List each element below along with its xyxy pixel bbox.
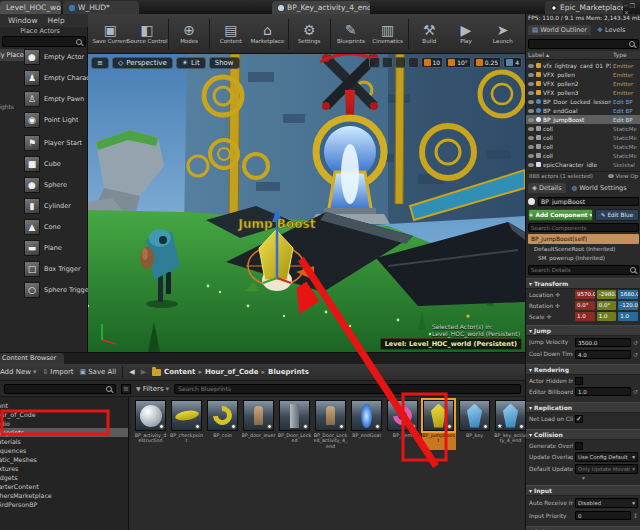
search-paths-input[interactable] [4, 384, 116, 394]
asset-bp-coin[interactable]: BP_coin [205, 400, 240, 530]
actor-hidden-checkbox[interactable] [575, 377, 583, 385]
type-column-header[interactable]: Type [613, 51, 639, 59]
outliner-row[interactable]: BP_endGoalEdit BP [526, 106, 640, 115]
visibility-eye-icon[interactable] [528, 64, 534, 68]
marketplace-button[interactable]: ⌂Marketplace [249, 16, 286, 52]
edit-bp-link[interactable]: Edit BP [613, 99, 639, 105]
asset-bp-door-locked[interactable]: BP_Door_Locked [277, 400, 312, 530]
source-control-button[interactable]: ◧Source Control [129, 16, 166, 52]
folder-blueprints-selected[interactable]: Blueprints [0, 428, 128, 437]
edit-bp-link[interactable]: Edit BP [613, 117, 639, 123]
outliner-row[interactable]: collStaticMe [526, 151, 640, 160]
build-button[interactable]: ⚒Build [411, 16, 448, 52]
spinner-icon[interactable]: ↕ [633, 512, 638, 519]
rotation-snap-button[interactable]: 10° [445, 57, 471, 68]
asset-bp-endgoal[interactable]: BP_endGoal [349, 400, 384, 530]
menu-help[interactable]: Help [48, 16, 65, 25]
scale-z-field[interactable]: 1.0 [618, 312, 638, 321]
forward-button[interactable]: ▶ [141, 368, 146, 376]
outliner-row[interactable]: VFX_pollen2Emitter [526, 79, 640, 88]
input-section-header[interactable]: ▾Input [526, 485, 640, 496]
component-self-row[interactable]: BP_jumpBoost(self) [528, 234, 639, 244]
tab-bp-key[interactable]: BP_Key_activity_4_end* [272, 1, 370, 14]
default-update-dropdown[interactable]: Only Update Movab▾ [575, 464, 638, 474]
visibility-eye-icon[interactable] [528, 136, 534, 140]
filters-button[interactable]: ▼Filters▾ [136, 385, 169, 393]
visibility-eye-icon[interactable] [528, 100, 534, 104]
folder-third-person-bp[interactable]: ThirdPersonBP [0, 500, 128, 509]
rendering-section-header[interactable]: ▾Rendering [526, 364, 640, 375]
cinematics-button[interactable]: ▥Cinematics [369, 16, 406, 52]
rotate-tool-button[interactable] [382, 57, 393, 68]
actor-name-field[interactable]: BP_jumpBoost [538, 197, 639, 206]
viewport-options-button[interactable]: ≡ [91, 57, 109, 69]
cooldown-field[interactable]: 4.0 [575, 350, 631, 359]
import-button[interactable]: ⇩Import [42, 368, 73, 376]
breadcrumb-blueprints[interactable]: Blueprints [268, 368, 309, 376]
location-y-field[interactable]: -2980.0 [597, 290, 617, 299]
reset-icon[interactable]: ↺ [633, 351, 638, 358]
search-components-input[interactable]: Search Components [528, 223, 639, 232]
visibility-eye-icon[interactable] [528, 163, 534, 167]
visibility-eye-icon[interactable] [528, 91, 534, 95]
visibility-eye-icon[interactable] [528, 109, 534, 113]
launch-button[interactable]: ➤Launch [484, 16, 521, 52]
outliner-row[interactable]: epicCharacter_idleSkeletal [526, 160, 640, 169]
folder-textures[interactable]: Textures [0, 464, 128, 473]
menu-window[interactable]: Window [8, 16, 38, 25]
actor-section-header[interactable]: ▾Actor [526, 526, 640, 530]
reset-icon[interactable]: ↺ [633, 388, 638, 395]
outliner-row[interactable]: vfx_lightray_card_01_P1Emitter [526, 61, 640, 70]
place-item-empty-actor[interactable]: ●Empty Actor [24, 47, 88, 67]
place-item-empty-character[interactable]: ♟Empty Charact [24, 68, 88, 88]
visibility-eye-icon[interactable] [528, 73, 534, 77]
tab-level[interactable]: Level_HOC_world [0, 1, 61, 14]
input-priority-field[interactable]: 0 [575, 511, 631, 520]
folder-hour-of-code[interactable]: Hour_of_Code [0, 410, 128, 419]
play-button[interactable]: ▶Play [448, 16, 485, 52]
add-component-button[interactable]: + Add Component ▾ [528, 209, 593, 221]
asset-bp-activity-destruction[interactable]: BP_activity_destruction [133, 400, 168, 530]
folder-content[interactable]: Content [0, 401, 128, 410]
collision-section-header[interactable]: ▾Collision [526, 429, 640, 440]
asset-bp-door-locked-activity-4-end[interactable]: BP_Door_Locked_activity_4_end [313, 400, 348, 530]
rotation-x-field[interactable]: 0.0° [575, 301, 595, 310]
outliner-column-header[interactable]: Label ▴ Type [526, 51, 640, 60]
tab-whud[interactable]: W_HUD* [63, 1, 139, 14]
net-load-checkbox[interactable]: ✓ [575, 415, 583, 423]
back-button[interactable]: ◀ [129, 368, 134, 376]
breadcrumb-content[interactable]: Content [164, 368, 195, 376]
place-item-sphere[interactable]: ●Sphere [24, 175, 88, 195]
edit-blueprint-button[interactable]: ✎ Edit Blue [595, 209, 639, 221]
label-column-header[interactable]: Label ▴ [528, 51, 613, 59]
folder-others-marketplace[interactable]: OthersMarketplace [0, 491, 128, 500]
visibility-eye-icon[interactable] [528, 154, 534, 158]
folder-materials[interactable]: Materials [0, 437, 128, 446]
folder-widgets[interactable]: Widgets [0, 473, 128, 482]
component-scene-root-row[interactable]: DefaultSceneRoot (Inherited) [534, 246, 640, 252]
edit-bp-link[interactable]: Edit BP [613, 108, 639, 114]
place-item-empty-pawn[interactable]: ♙Empty Pawn [24, 89, 88, 109]
reset-icon[interactable]: ↺ [633, 339, 638, 346]
tab-details[interactable]: ◈Details [528, 183, 566, 193]
asset-bp-checkpoint[interactable]: BP_checkpoint [169, 400, 204, 530]
content-browser-tab[interactable]: Content Browser [0, 353, 64, 364]
save-all-button[interactable]: ▣Save All [80, 368, 117, 376]
scale-y-field[interactable]: 1.0 [597, 312, 617, 321]
category-lights[interactable]: Lights [0, 103, 14, 112]
auto-receive-input-dropdown[interactable]: Disabled▾ [575, 498, 638, 508]
view-options-button[interactable]: View Op [608, 173, 638, 180]
tab-world-settings[interactable]: ◍World Settings [568, 183, 631, 193]
visibility-eye-icon[interactable] [528, 127, 534, 131]
asset-bp-key-activity-4-end[interactable]: ★BP_key_activity_4_end [493, 400, 528, 530]
sources-panel-button[interactable]: ≡ [121, 384, 131, 394]
jump-velocity-field[interactable]: 3500.0 [575, 338, 631, 347]
jump-section-header[interactable]: ▾Jump [526, 325, 640, 336]
outliner-row[interactable]: BP_Door_Locked_lesson_4Edit BP [526, 97, 640, 106]
replication-section-header[interactable]: ▾Replication [526, 402, 640, 413]
modes-search-input[interactable] [2, 36, 86, 47]
location-x-field[interactable]: 9570.0 [575, 290, 595, 299]
breadcrumb-hour-of-code[interactable]: Hour_of_Code [205, 368, 259, 376]
folder-starter-content[interactable]: StarterContent [0, 482, 128, 491]
folder-audio[interactable]: Audio [0, 419, 128, 428]
